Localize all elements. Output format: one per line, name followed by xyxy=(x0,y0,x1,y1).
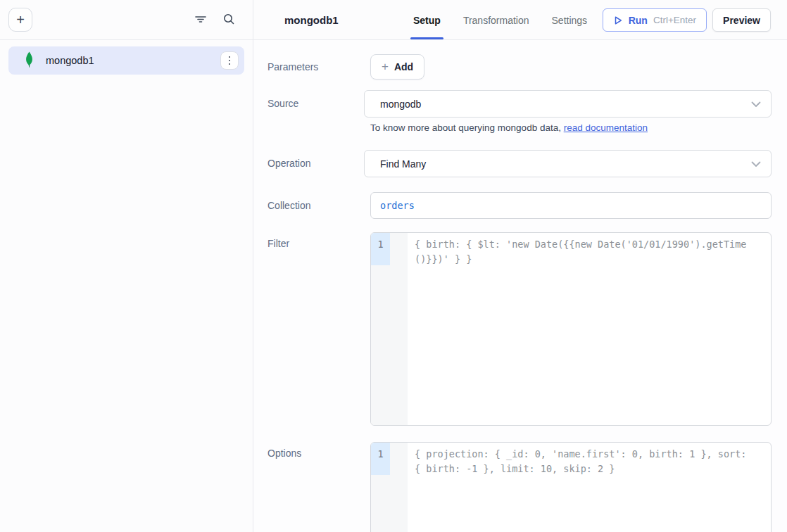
operation-select[interactable]: Find Many xyxy=(364,150,772,177)
filter-code-area[interactable]: { birth: { $lt: 'new Date({{new Date('01… xyxy=(408,233,771,425)
mongodb-leaf-icon xyxy=(24,51,34,70)
collection-input[interactable]: orders xyxy=(370,192,772,219)
search-icon xyxy=(222,13,235,27)
filter-label: Filter xyxy=(267,232,370,251)
read-documentation-link[interactable]: read documentation xyxy=(564,122,648,133)
filter-line-number: 1 xyxy=(371,233,390,265)
options-code-editor[interactable]: 1 { projection: { _id: 0, 'name.first': … xyxy=(370,442,772,532)
options-code-area[interactable]: { projection: { _id: 0, 'name.first': 0,… xyxy=(408,443,771,532)
run-shortcut: Ctrl+Enter xyxy=(653,15,696,25)
operation-label: Operation xyxy=(267,150,370,177)
editor-tabs: Setup Transformation Settings xyxy=(412,0,608,40)
operation-row: Operation Find Many xyxy=(267,150,772,177)
query-item-menu-button[interactable] xyxy=(220,51,239,70)
query-list: mongodb1 xyxy=(0,40,253,81)
kebab-menu-icon xyxy=(229,56,231,65)
filter-editor-gutter: 1 xyxy=(371,233,408,425)
chevron-down-icon xyxy=(751,99,761,110)
tab-transformation[interactable]: Transformation xyxy=(462,0,531,40)
filter-code-editor[interactable]: 1 { birth: { $lt: 'new Date({{new Date('… xyxy=(370,232,772,426)
header-actions: Run Ctrl+Enter Preview xyxy=(603,8,771,32)
options-label: Options xyxy=(267,442,370,460)
plus-icon: + xyxy=(382,60,389,74)
filter-row: Filter 1 { birth: { $lt: 'new Date({{new… xyxy=(267,232,772,426)
search-queries-button[interactable] xyxy=(220,11,237,28)
parameters-row: Parameters + Add xyxy=(267,54,772,80)
source-helper-text: To know more about querying mongodb data… xyxy=(370,122,772,133)
query-editor-app: + mongod xyxy=(0,0,787,532)
options-code-line-2: { birth: -1 }, limit: 10, skip: 2 } xyxy=(415,463,615,474)
query-list-item-mongodb1[interactable]: mongodb1 xyxy=(8,46,244,75)
parameters-label: Parameters xyxy=(267,54,370,80)
add-parameter-button[interactable]: + Add xyxy=(370,54,424,80)
run-label: Run xyxy=(629,15,648,26)
source-select-value: mongodb xyxy=(380,99,421,110)
options-editor-gutter: 1 xyxy=(371,443,408,532)
tab-setup[interactable]: Setup xyxy=(412,0,442,40)
filter-code-line-2: ()}})' } } xyxy=(415,253,472,265)
source-row: Source mongodb To know more about queryi… xyxy=(267,90,772,133)
query-item-label: mongodb1 xyxy=(46,55,220,66)
options-row: Options 1 { projection: { _id: 0, 'name.… xyxy=(267,442,772,532)
options-line-number: 1 xyxy=(371,443,390,475)
filter-queries-button[interactable] xyxy=(192,11,209,28)
filter-lines-icon xyxy=(194,13,207,27)
helper-prefix: To know more about querying mongodb data… xyxy=(370,122,564,133)
query-title: mongodb1 xyxy=(284,0,339,40)
sidebar-toolbar: + xyxy=(0,0,253,40)
options-code-line-1: { projection: { _id: 0, 'name.first': 0,… xyxy=(415,448,746,460)
collection-value: orders xyxy=(380,200,415,211)
source-select[interactable]: mongodb xyxy=(364,90,772,118)
add-query-button[interactable]: + xyxy=(8,8,32,32)
setup-form: Parameters + Add Source mongodb To know … xyxy=(253,40,787,532)
chevron-down-icon xyxy=(751,158,761,170)
query-list-sidebar: + mongod xyxy=(0,0,253,532)
filter-code-line-1: { birth: { $lt: 'new Date({{new Date('01… xyxy=(415,239,746,250)
preview-button[interactable]: Preview xyxy=(712,8,771,32)
query-editor-header: mongodb1 Setup Transformation Settings R… xyxy=(253,0,787,40)
run-button[interactable]: Run Ctrl+Enter xyxy=(603,8,707,32)
plus-icon: + xyxy=(16,13,25,27)
source-label: Source xyxy=(267,90,370,118)
tab-settings[interactable]: Settings xyxy=(550,0,589,40)
collection-label: Collection xyxy=(267,192,370,219)
collection-row: Collection orders xyxy=(267,192,772,219)
add-parameter-label: Add xyxy=(394,61,413,72)
operation-select-value: Find Many xyxy=(380,158,426,170)
play-icon xyxy=(613,15,623,25)
